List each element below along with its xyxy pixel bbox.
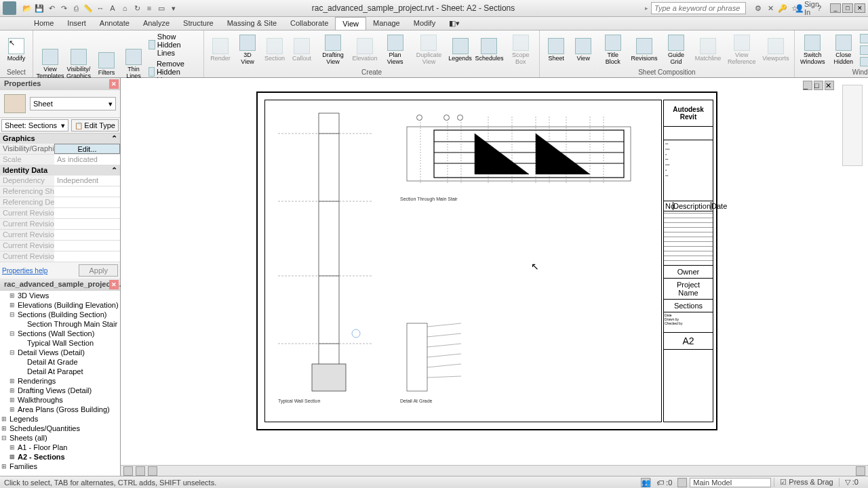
plan-views-button[interactable]: Plan Views — [380, 33, 410, 67]
sheet-paper[interactable]: Section Through Main Stair Typical Wall … — [256, 92, 717, 430]
properties-close-icon[interactable]: ✕ — [109, 79, 119, 89]
modify-button[interactable]: ↖Modify — [4, 37, 28, 64]
design-options-combo[interactable]: Main Model — [690, 478, 771, 487]
view-button[interactable]: View — [571, 37, 595, 64]
tree-item[interactable]: Section Through Main Stair — [0, 319, 120, 329]
view-templates-button[interactable]: View Templates — [37, 47, 63, 81]
save-icon[interactable]: 💾 — [34, 3, 45, 14]
scale-icon[interactable] — [123, 466, 133, 476]
viewport-detail[interactable]: Detail At Grade — [393, 317, 475, 398]
editable-icon[interactable] — [677, 478, 687, 487]
exchange-icon[interactable]: ✕ — [765, 3, 776, 14]
tree-item[interactable]: Detail At Grade — [0, 357, 120, 367]
tab-manage[interactable]: Manage — [366, 17, 407, 30]
press-drag-toggle[interactable]: ☑ Press & Drag — [774, 478, 838, 487]
crop-icon[interactable] — [856, 466, 865, 476]
tree-item[interactable]: Detail At Parapet — [0, 367, 120, 376]
tree-item[interactable]: ⊟Sheets (all) — [0, 433, 120, 443]
tab-annotate[interactable]: Annotate — [93, 17, 136, 30]
instance-combo[interactable]: Sheet: Sections▾ — [1, 119, 68, 131]
guide-grid-button[interactable]: Guide Grid — [661, 33, 692, 67]
search-input[interactable] — [651, 2, 746, 14]
section-icon[interactable]: ≡ — [144, 3, 155, 14]
sheet-button[interactable]: Sheet — [544, 37, 568, 64]
properties-help-link[interactable]: Properties help — [2, 267, 47, 274]
navigation-bar[interactable] — [842, 85, 863, 166]
close-button[interactable]: ✕ — [854, 3, 865, 13]
app-menu-icon[interactable] — [3, 1, 16, 15]
apply-button[interactable]: Apply — [79, 264, 118, 277]
tree-item[interactable]: ⊞Walkthroughs — [0, 395, 120, 405]
text-icon[interactable]: A — [107, 3, 118, 14]
visual-style-icon[interactable] — [148, 466, 157, 476]
tree-item[interactable]: ⊞3D Views — [0, 291, 120, 300]
3d-view-button[interactable]: 3D View — [235, 33, 260, 67]
tile-button[interactable]: Tile — [860, 56, 868, 67]
tab-collaborate[interactable]: Collaborate — [283, 17, 335, 30]
tree-item[interactable]: ⊞Area Plans (Gross Building) — [0, 405, 120, 414]
replicate-button[interactable]: Replicate — [860, 33, 868, 44]
subscription-icon[interactable]: ⚙ — [753, 3, 764, 14]
grid-bubble[interactable] — [416, 115, 422, 121]
grid-bubble[interactable] — [457, 115, 463, 121]
minimize-view-icon[interactable]: _ — [803, 81, 812, 90]
tree-item[interactable]: ⊞A2 - Sections — [0, 452, 120, 462]
visibility-edit-button[interactable]: Edit... — [54, 144, 120, 154]
schedules-button[interactable]: Schedules — [475, 37, 504, 64]
viewport-wall[interactable]: Typical Wall Section — [271, 100, 380, 398]
tab-addons[interactable]: ◧▾ — [442, 17, 467, 30]
drawing-canvas[interactable]: Section Through Main Stair Typical Wall … — [121, 78, 868, 476]
tree-item[interactable]: ⊞A1 - Floor Plan — [0, 443, 120, 452]
type-selector-combo[interactable]: Sheet▾ — [30, 97, 116, 110]
tab-home[interactable]: Home — [27, 17, 60, 30]
tree-item[interactable]: ⊟Sections (Wall Section) — [0, 329, 120, 338]
help-icon[interactable]: ? — [814, 3, 825, 14]
worksets-icon[interactable]: 👥 — [641, 478, 650, 487]
undo-icon[interactable]: ↶ — [46, 3, 57, 14]
print-icon[interactable]: ⎙ — [71, 3, 81, 14]
revisions-button[interactable]: Revisions — [630, 37, 658, 64]
drafting-view-button[interactable]: Drafting View — [317, 33, 349, 67]
filter-count[interactable]: ▽ :0 — [839, 478, 864, 487]
more-icon[interactable]: ▾ — [168, 3, 179, 14]
legends-button[interactable]: Legends — [448, 37, 473, 64]
filters-button[interactable]: Filters — [94, 51, 119, 78]
title-block-button[interactable]: Title Block — [598, 33, 627, 67]
tree-item[interactable]: ⊟Sections (Building Section) — [0, 310, 120, 319]
tab-massing[interactable]: Massing & Site — [220, 17, 283, 30]
grid-bubble[interactable] — [443, 115, 450, 121]
graphics-section[interactable]: Graphics⌃ — [0, 134, 120, 144]
viewport-section[interactable]: Section Through Main Stair — [393, 113, 644, 195]
tab-analyze[interactable]: Analyze — [136, 17, 176, 30]
tree-item[interactable]: ⊞Drafting Views (Detail) — [0, 386, 120, 395]
tree-item[interactable]: ⊟Detail Views (Detail) — [0, 348, 120, 357]
maximize-button[interactable]: □ — [842, 3, 853, 13]
show-hidden-button[interactable]: Show Hidden Lines — [149, 32, 199, 58]
tree-item[interactable]: Typical Wall Section — [0, 338, 120, 348]
redo-icon[interactable]: ↷ — [58, 3, 69, 14]
tab-modify[interactable]: Modify — [407, 17, 442, 30]
browser-close-icon[interactable]: ✕ — [109, 280, 119, 289]
detail-level-icon[interactable] — [136, 466, 145, 476]
minimize-button[interactable]: _ — [830, 3, 841, 13]
measure-icon[interactable]: 📏 — [83, 3, 94, 14]
sheet-icon[interactable]: ▭ — [156, 3, 167, 14]
maximize-view-icon[interactable]: □ — [814, 81, 823, 90]
close-view-icon[interactable]: ✕ — [825, 81, 834, 90]
tab-insert[interactable]: Insert — [60, 17, 93, 30]
visibility-button[interactable]: Visibility/ Graphics — [66, 47, 92, 81]
switch-windows-button[interactable]: Switch Windows — [799, 33, 827, 67]
tab-structure[interactable]: Structure — [176, 17, 220, 30]
3d-icon[interactable]: ⌂ — [119, 3, 130, 14]
signin-button[interactable]: 👤 Sign In — [802, 3, 812, 14]
sync-icon[interactable]: ↻ — [132, 3, 142, 14]
tree-item[interactable]: ⊞Legends — [0, 414, 120, 424]
tree-item[interactable]: ⊞Renderings — [0, 376, 120, 386]
open-icon[interactable]: 📂 — [22, 3, 33, 14]
tree-item[interactable]: ⊞Elevations (Building Elevation) — [0, 300, 120, 310]
cascade-button[interactable]: Cascade — [860, 45, 868, 56]
identity-section[interactable]: Identity Data⌃ — [0, 165, 120, 176]
edit-type-button[interactable]: 📋 Edit Type — [71, 119, 119, 131]
dim-icon[interactable]: ↔ — [95, 3, 106, 14]
thin-lines-button[interactable]: Thin Lines — [121, 47, 146, 81]
